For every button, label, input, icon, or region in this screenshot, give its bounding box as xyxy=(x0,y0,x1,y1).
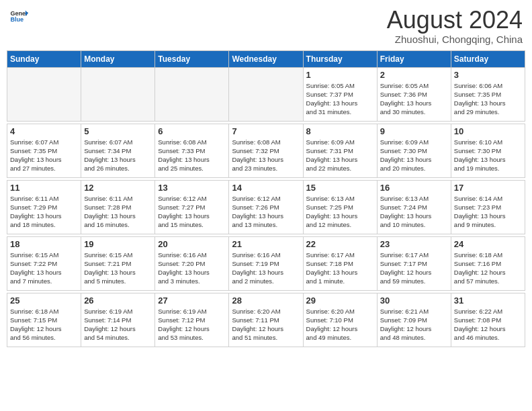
day-info: Sunrise: 6:19 AM Sunset: 7:12 PM Dayligh… xyxy=(158,307,226,342)
day-number: 7 xyxy=(232,126,300,136)
calendar-cell: 16Sunrise: 6:13 AM Sunset: 7:24 PM Dayli… xyxy=(377,180,451,234)
calendar-cell: 31Sunrise: 6:22 AM Sunset: 7:08 PM Dayli… xyxy=(451,293,525,347)
col-thursday: Thursday xyxy=(303,50,377,67)
calendar-cell: 28Sunrise: 6:20 AM Sunset: 7:11 PM Dayli… xyxy=(229,293,303,347)
calendar-cell: 8Sunrise: 6:09 AM Sunset: 7:31 PM Daylig… xyxy=(303,124,377,177)
day-number: 11 xyxy=(10,183,78,193)
day-number: 1 xyxy=(306,70,374,80)
col-sunday: Sunday xyxy=(7,50,81,67)
calendar-week-0: 1Sunrise: 6:05 AM Sunset: 7:37 PM Daylig… xyxy=(7,67,525,121)
day-info: Sunrise: 6:20 AM Sunset: 7:10 PM Dayligh… xyxy=(306,307,374,342)
calendar-cell: 5Sunrise: 6:07 AM Sunset: 7:34 PM Daylig… xyxy=(81,124,155,177)
logo: General Blue xyxy=(9,7,28,26)
day-info: Sunrise: 6:22 AM Sunset: 7:08 PM Dayligh… xyxy=(454,307,522,342)
col-friday: Friday xyxy=(377,50,451,67)
day-info: Sunrise: 6:10 AM Sunset: 7:30 PM Dayligh… xyxy=(454,138,522,173)
svg-text:Blue: Blue xyxy=(10,16,24,23)
col-wednesday: Wednesday xyxy=(229,50,303,67)
calendar-cell: 18Sunrise: 6:15 AM Sunset: 7:22 PM Dayli… xyxy=(7,236,81,290)
day-info: Sunrise: 6:08 AM Sunset: 7:32 PM Dayligh… xyxy=(232,138,300,173)
calendar-cell: 19Sunrise: 6:15 AM Sunset: 7:21 PM Dayli… xyxy=(81,236,155,290)
day-number: 8 xyxy=(306,126,374,136)
calendar-cell: 29Sunrise: 6:20 AM Sunset: 7:10 PM Dayli… xyxy=(303,293,377,347)
calendar-cell: 30Sunrise: 6:21 AM Sunset: 7:09 PM Dayli… xyxy=(377,293,451,347)
col-saturday: Saturday xyxy=(451,50,525,67)
day-number: 6 xyxy=(158,126,226,136)
day-number: 16 xyxy=(380,183,448,193)
day-info: Sunrise: 6:18 AM Sunset: 7:15 PM Dayligh… xyxy=(10,307,78,342)
calendar-cell: 17Sunrise: 6:14 AM Sunset: 7:23 PM Dayli… xyxy=(451,180,525,234)
day-number: 3 xyxy=(454,70,522,80)
day-info: Sunrise: 6:13 AM Sunset: 7:24 PM Dayligh… xyxy=(380,194,448,230)
day-number: 21 xyxy=(232,239,300,249)
calendar-cell: 4Sunrise: 6:07 AM Sunset: 7:35 PM Daylig… xyxy=(7,124,81,177)
day-info: Sunrise: 6:09 AM Sunset: 7:30 PM Dayligh… xyxy=(380,138,448,173)
day-info: Sunrise: 6:15 AM Sunset: 7:22 PM Dayligh… xyxy=(10,250,78,286)
day-info: Sunrise: 6:11 AM Sunset: 7:29 PM Dayligh… xyxy=(10,194,78,230)
day-number: 20 xyxy=(158,239,226,249)
calendar-cell: 1Sunrise: 6:05 AM Sunset: 7:37 PM Daylig… xyxy=(303,67,377,121)
col-monday: Monday xyxy=(81,50,155,67)
day-number: 22 xyxy=(306,239,374,249)
calendar-cell: 6Sunrise: 6:08 AM Sunset: 7:33 PM Daylig… xyxy=(155,124,229,177)
calendar-cell: 11Sunrise: 6:11 AM Sunset: 7:29 PM Dayli… xyxy=(7,180,81,234)
day-number: 19 xyxy=(84,239,152,249)
calendar-cell: 25Sunrise: 6:18 AM Sunset: 7:15 PM Dayli… xyxy=(7,293,81,347)
calendar-cell: 15Sunrise: 6:13 AM Sunset: 7:25 PM Dayli… xyxy=(303,180,377,234)
calendar-cell: 13Sunrise: 6:12 AM Sunset: 7:27 PM Dayli… xyxy=(155,180,229,234)
day-number: 25 xyxy=(10,295,78,306)
calendar-cell: 14Sunrise: 6:12 AM Sunset: 7:26 PM Dayli… xyxy=(229,180,303,234)
day-number: 15 xyxy=(306,183,374,193)
page-header: General Blue August 2024 Zhuoshui, Chong… xyxy=(7,7,525,45)
day-number: 23 xyxy=(380,239,448,249)
calendar-cell: 23Sunrise: 6:17 AM Sunset: 7:17 PM Dayli… xyxy=(377,236,451,290)
day-info: Sunrise: 6:12 AM Sunset: 7:26 PM Dayligh… xyxy=(232,194,300,230)
col-tuesday: Tuesday xyxy=(155,50,229,67)
calendar-cell: 21Sunrise: 6:16 AM Sunset: 7:19 PM Dayli… xyxy=(229,236,303,290)
calendar-cell xyxy=(81,67,155,121)
day-number: 24 xyxy=(454,239,522,249)
logo-icon: General Blue xyxy=(9,7,28,26)
calendar-cell: 7Sunrise: 6:08 AM Sunset: 7:32 PM Daylig… xyxy=(229,124,303,177)
day-info: Sunrise: 6:15 AM Sunset: 7:21 PM Dayligh… xyxy=(84,250,152,286)
calendar-cell xyxy=(229,67,303,121)
day-info: Sunrise: 6:17 AM Sunset: 7:17 PM Dayligh… xyxy=(380,250,448,286)
day-number: 12 xyxy=(84,183,152,193)
day-number: 13 xyxy=(158,183,226,193)
calendar-week-3: 18Sunrise: 6:15 AM Sunset: 7:22 PM Dayli… xyxy=(7,236,525,290)
calendar-cell: 27Sunrise: 6:19 AM Sunset: 7:12 PM Dayli… xyxy=(155,293,229,347)
day-info: Sunrise: 6:20 AM Sunset: 7:11 PM Dayligh… xyxy=(232,307,300,342)
calendar-cell: 9Sunrise: 6:09 AM Sunset: 7:30 PM Daylig… xyxy=(377,124,451,177)
day-info: Sunrise: 6:19 AM Sunset: 7:14 PM Dayligh… xyxy=(84,307,152,342)
calendar-cell: 2Sunrise: 6:05 AM Sunset: 7:36 PM Daylig… xyxy=(377,67,451,121)
calendar-week-4: 25Sunrise: 6:18 AM Sunset: 7:15 PM Dayli… xyxy=(7,293,525,347)
day-info: Sunrise: 6:16 AM Sunset: 7:20 PM Dayligh… xyxy=(158,250,226,286)
day-number: 31 xyxy=(454,295,522,306)
day-info: Sunrise: 6:14 AM Sunset: 7:23 PM Dayligh… xyxy=(454,194,522,230)
day-number: 27 xyxy=(158,295,226,306)
day-info: Sunrise: 6:13 AM Sunset: 7:25 PM Dayligh… xyxy=(306,194,374,230)
calendar-cell xyxy=(7,67,81,121)
calendar-cell: 24Sunrise: 6:18 AM Sunset: 7:16 PM Dayli… xyxy=(451,236,525,290)
day-number: 17 xyxy=(454,183,522,193)
calendar-cell: 26Sunrise: 6:19 AM Sunset: 7:14 PM Dayli… xyxy=(81,293,155,347)
day-number: 5 xyxy=(84,126,152,136)
day-number: 29 xyxy=(306,295,374,306)
day-number: 26 xyxy=(84,295,152,306)
day-number: 2 xyxy=(380,70,448,80)
day-info: Sunrise: 6:05 AM Sunset: 7:37 PM Dayligh… xyxy=(306,81,374,117)
calendar-cell: 22Sunrise: 6:17 AM Sunset: 7:18 PM Dayli… xyxy=(303,236,377,290)
header-row: Sunday Monday Tuesday Wednesday Thursday… xyxy=(7,50,525,67)
location-subtitle: Zhuoshui, Chongqing, China xyxy=(387,34,523,45)
day-number: 28 xyxy=(232,295,300,306)
day-info: Sunrise: 6:17 AM Sunset: 7:18 PM Dayligh… xyxy=(306,250,374,286)
day-number: 10 xyxy=(454,126,522,136)
calendar-cell: 3Sunrise: 6:06 AM Sunset: 7:35 PM Daylig… xyxy=(451,67,525,121)
title-block: August 2024 Zhuoshui, Chongqing, China xyxy=(387,7,523,45)
calendar-cell: 12Sunrise: 6:11 AM Sunset: 7:28 PM Dayli… xyxy=(81,180,155,234)
calendar-week-2: 11Sunrise: 6:11 AM Sunset: 7:29 PM Dayli… xyxy=(7,180,525,234)
month-title: August 2024 xyxy=(387,7,523,34)
day-number: 9 xyxy=(380,126,448,136)
day-info: Sunrise: 6:12 AM Sunset: 7:27 PM Dayligh… xyxy=(158,194,226,230)
day-info: Sunrise: 6:18 AM Sunset: 7:16 PM Dayligh… xyxy=(454,250,522,286)
